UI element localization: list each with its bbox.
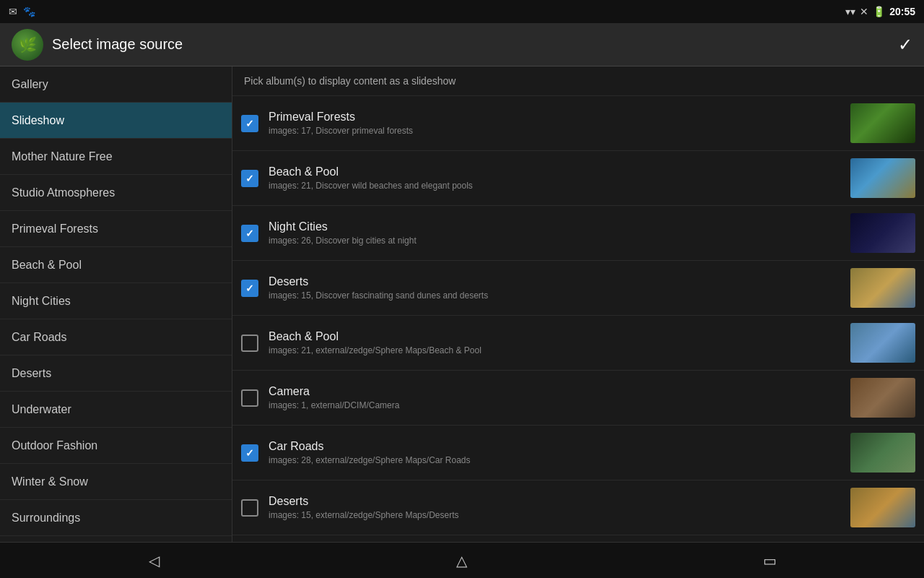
album-thumb-camera [850, 378, 915, 418]
album-name-beach-pool-2: Beach & Pool [269, 330, 842, 343]
email-icon: ✉ [9, 6, 17, 17]
main-content: GallerySlideshowMother Nature FreeStudio… [0, 66, 924, 542]
album-row-camera: Cameraimages: 1, external/DCIM/Camera [232, 371, 924, 426]
wifi-icon: ▾▾ [845, 6, 855, 17]
album-name-camera: Camera [269, 385, 842, 398]
album-checkbox-deserts-1[interactable] [241, 280, 258, 297]
album-meta-deserts-2: images: 15, external/zedge/Sphere Maps/D… [269, 510, 842, 520]
album-row-beach-pool-1: Beach & Poolimages: 21, Discover wild be… [232, 151, 924, 206]
album-row-deserts-2: Desertsimages: 15, external/zedge/Sphere… [232, 480, 924, 535]
album-thumb-primeval-forests [850, 103, 915, 143]
back-button[interactable]: ◁ [132, 546, 175, 575]
album-info-beach-pool-2: Beach & Poolimages: 21, external/zedge/S… [269, 330, 842, 355]
recents-icon: ▭ [763, 552, 777, 569]
sidebar-item-studio[interactable]: Studio Atmospheres [0, 175, 232, 211]
album-thumb-deserts-2 [850, 488, 915, 527]
album-checkbox-primeval-forests[interactable] [241, 115, 258, 132]
album-name-beach-pool-1: Beach & Pool [269, 165, 842, 178]
album-row-night-cities: Night Citiesimages: 26, Discover big cit… [232, 206, 924, 261]
sidebar: GallerySlideshowMother Nature FreeStudio… [0, 66, 232, 542]
album-meta-primeval-forests: images: 17, Discover primeval forests [269, 126, 842, 136]
album-name-deserts-2: Deserts [269, 495, 842, 508]
album-row-beach-pool-2: Beach & Poolimages: 21, external/zedge/S… [232, 316, 924, 371]
album-thumb-beach-pool-1 [850, 158, 915, 198]
status-bar: ✉ 🐾 ▾▾ ✕ 🔋 20:55 [0, 0, 924, 23]
album-checkbox-night-cities[interactable] [241, 225, 258, 242]
confirm-button[interactable]: ✓ [898, 35, 912, 55]
page-title: Select image source [52, 36, 183, 53]
thumb-image-car-roads [850, 433, 915, 473]
status-right-icons: ▾▾ ✕ 🔋 20:55 [845, 6, 915, 17]
album-thumb-deserts-1 [850, 268, 915, 308]
album-name-night-cities: Night Cities [269, 220, 842, 233]
app-icon: 🌿 [12, 29, 43, 61]
album-row-primeval-forests: Primeval Forestsimages: 17, Discover pri… [232, 96, 924, 151]
sidebar-item-mother-nature[interactable]: Mother Nature Free [0, 139, 232, 175]
sidebar-item-gallery[interactable]: Gallery [0, 66, 232, 103]
album-thumb-car-roads [850, 433, 915, 473]
album-info-car-roads: Car Roadsimages: 28, external/zedge/Sphe… [269, 440, 842, 465]
sidebar-item-primeval[interactable]: Primeval Forests [0, 211, 232, 247]
album-meta-camera: images: 1, external/DCIM/Camera [269, 400, 842, 410]
album-checkbox-car-roads[interactable] [241, 444, 258, 462]
back-icon: ◁ [149, 552, 160, 569]
album-checkbox-camera[interactable] [241, 389, 258, 407]
album-meta-beach-pool-1: images: 21, Discover wild beaches and el… [269, 181, 842, 191]
title-left: 🌿 Select image source [12, 29, 183, 61]
sidebar-item-beach-pool[interactable]: Beach & Pool [0, 247, 232, 283]
time-display: 20:55 [889, 6, 915, 17]
album-info-beach-pool-1: Beach & Poolimages: 21, Discover wild be… [269, 165, 842, 191]
thumb-image-deserts-1 [850, 268, 915, 308]
thumb-image-beach-pool-1 [850, 158, 915, 198]
album-list-panel: Pick album(s) to display content as a sl… [232, 66, 924, 542]
sidebar-item-car-roads[interactable]: Car Roads [0, 319, 232, 355]
album-meta-car-roads: images: 28, external/zedge/Sphere Maps/C… [269, 455, 842, 465]
home-icon: △ [456, 552, 467, 569]
album-thumb-beach-pool-2 [850, 323, 915, 363]
album-row-deserts-1: Desertsimages: 15, Discover fascinating … [232, 261, 924, 316]
app-icon-glyph: 🌿 [19, 36, 37, 53]
album-row-fashion-outdoor: Fashion Outdoorimages: 22, external/zedg… [232, 535, 924, 542]
sidebar-item-surroundings[interactable]: Surroundings [0, 500, 232, 536]
home-button[interactable]: △ [440, 546, 484, 575]
sidebar-item-night-cities[interactable]: Night Cities [0, 283, 232, 319]
recents-button[interactable]: ▭ [749, 546, 792, 575]
thumb-image-camera [850, 378, 915, 418]
album-meta-beach-pool-2: images: 21, external/zedge/Sphere Maps/B… [269, 345, 842, 355]
sidebar-item-deserts[interactable]: Deserts [0, 355, 232, 392]
album-name-deserts-1: Deserts [269, 275, 842, 288]
album-checkbox-beach-pool-2[interactable] [241, 335, 258, 352]
album-thumb-night-cities [850, 213, 915, 253]
sidebar-item-winter-snow[interactable]: Winter & Snow [0, 464, 232, 500]
album-info-night-cities: Night Citiesimages: 26, Discover big cit… [269, 220, 842, 246]
thumb-image-deserts-2 [850, 488, 915, 527]
thumb-image-primeval-forests [850, 103, 915, 143]
album-meta-deserts-1: images: 15, Discover fascinating sand du… [269, 290, 842, 301]
album-info-deserts-1: Desertsimages: 15, Discover fascinating … [269, 275, 842, 301]
notification-icon: 🐾 [23, 6, 35, 17]
thumb-image-beach-pool-2 [850, 323, 915, 363]
sidebar-item-outdoor-fashion[interactable]: Outdoor Fashion [0, 428, 232, 464]
sidebar-item-underwater[interactable]: Underwater [0, 392, 232, 428]
title-bar: 🌿 Select image source ✓ [0, 23, 924, 66]
album-info-deserts-2: Desertsimages: 15, external/zedge/Sphere… [269, 495, 842, 520]
album-meta-night-cities: images: 26, Discover big cities at night [269, 236, 842, 246]
album-row-car-roads: Car Roadsimages: 28, external/zedge/Sphe… [232, 426, 924, 480]
signal-icon: ✕ [860, 6, 868, 17]
nav-bar: ◁ △ ▭ [0, 542, 924, 578]
battery-icon: 🔋 [873, 6, 885, 17]
sidebar-item-slideshow[interactable]: Slideshow [0, 103, 232, 139]
album-name-car-roads: Car Roads [269, 440, 842, 453]
album-info-camera: Cameraimages: 1, external/DCIM/Camera [269, 385, 842, 410]
album-info-primeval-forests: Primeval Forestsimages: 17, Discover pri… [269, 111, 842, 136]
album-checkbox-deserts-2[interactable] [241, 499, 258, 517]
status-left-icons: ✉ 🐾 [9, 6, 35, 17]
thumb-image-night-cities [850, 213, 915, 253]
album-checkbox-beach-pool-1[interactable] [241, 170, 258, 187]
content-header: Pick album(s) to display content as a sl… [232, 66, 924, 96]
album-name-primeval-forests: Primeval Forests [269, 111, 842, 124]
